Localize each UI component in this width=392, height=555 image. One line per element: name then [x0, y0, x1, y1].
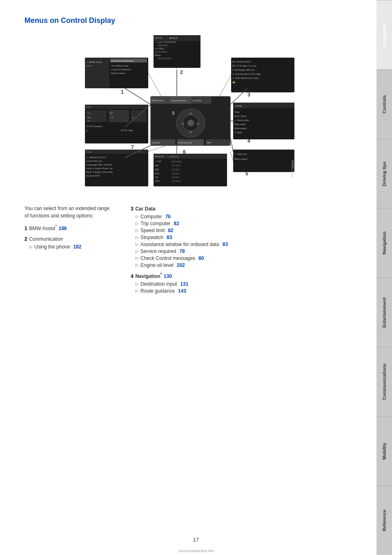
numbered-item-1: 1 BMW Assist* 186	[24, 224, 114, 232]
svg-text:■ Presets: ■ Presets	[172, 160, 182, 163]
svg-text:✓ Vehicle    AUTO P: ✓ Vehicle AUTO P	[86, 156, 107, 159]
svg-text:⊙       Consumption 22.0 mpg: ⊙ Consumption 22.0 mpg	[232, 73, 261, 75]
sub-item-dest-input: ▷ Destination input 131	[136, 281, 356, 287]
svg-text:■ Back: ■ Back	[170, 37, 178, 39]
item4-page: 130	[164, 273, 172, 279]
svg-text:6: 6	[183, 149, 186, 155]
svg-text:Help: Help	[207, 141, 211, 144]
item3-label: Car Data	[135, 206, 155, 212]
svg-text:5: 5	[245, 171, 248, 177]
svg-text:3: 3	[247, 92, 250, 98]
svg-text:TABS: TABS	[86, 106, 91, 108]
sub-item-trip-computer-text: Trip computer	[140, 221, 171, 226]
sub-item-engine-oil: ▷ Engine oil level 202	[136, 262, 356, 268]
svg-text:Communication: Communication	[171, 99, 187, 102]
sidebar-tab-communications[interactable]: Communications	[376, 347, 392, 416]
svg-text:SAT: SAT	[155, 172, 160, 175]
sub-item-stopwatch-page: 83	[167, 235, 172, 240]
sub-item-check-control: ▷ Check Control messages 80	[136, 255, 356, 261]
svg-text:New route: New route	[234, 123, 246, 125]
svg-text:✓ Last    ✓011222444: ✓ Last ✓011222444	[155, 41, 176, 43]
svg-text:Settings: Settings	[151, 141, 160, 144]
sub-item-trip-computer-page: 82	[174, 221, 179, 226]
sub-item-computer-text: Computer	[140, 214, 162, 219]
arrow-icon: ▷	[136, 214, 139, 219]
sidebar-tab-entertainment[interactable]: Entertainment	[376, 278, 392, 347]
svg-text:CDC: CDC	[155, 180, 160, 182]
main-content: Menus on Control Display ✓ BMW center St…	[0, 0, 376, 313]
svg-text:◄■ ■■: ◄■ ■■	[234, 105, 242, 107]
svg-text:Screen       FTM: Screen FTM	[86, 175, 100, 177]
sub-item-check-control-text: Check Control messages	[140, 255, 195, 261]
item4-subitems: ▷ Destination input 131 ▷ Route guidance…	[136, 281, 356, 294]
diagram-container: ✓ BMW center Status Roadside Assistance …	[84, 33, 296, 192]
content-left: You can select from an extended range of…	[24, 205, 114, 297]
svg-rect-70	[154, 154, 227, 159]
item1-number: 1	[24, 226, 27, 231]
svg-text:✓ Route guid.: ✓ Route guid.	[234, 119, 250, 121]
svg-text:03  92.3: 03 92.3	[172, 172, 179, 175]
svg-text:AM: AM	[155, 164, 158, 167]
svg-text:Dest. input: Dest. input	[234, 115, 246, 117]
svg-text:1: 1	[121, 89, 124, 95]
sidebar: At a glance Controls Driving tips Naviga…	[376, 0, 392, 555]
svg-text:⊙ Split  Speed   31.0 mph: ⊙ Split Speed 31.0 mph	[232, 77, 258, 79]
svg-text:Clock        PDC pic.: Clock PDC pic.	[86, 160, 103, 162]
sidebar-tab-driving-tips[interactable]: Driving tips	[376, 139, 392, 208]
svg-text:■ Manual: ■ Manual	[170, 155, 178, 158]
svg-text:⊙ Split: ⊙ Split	[234, 131, 242, 134]
arrow-icon: ▷	[136, 221, 139, 226]
svg-line-68	[230, 152, 233, 161]
numbered-item-2: 2 Communication ▷ Using the phone 182	[24, 235, 114, 250]
svg-text:8: 8	[172, 110, 175, 116]
svg-text:04  94.3: 04 94.3	[172, 176, 179, 179]
arrow-icon: ▷	[136, 282, 139, 286]
svg-text:05 106.9: 05 106.9	[172, 180, 180, 182]
sub-item-engine-oil-page: 202	[177, 262, 185, 268]
sub-item-stopwatch: ▷ Stopwatch 83	[136, 235, 356, 240]
svg-text:4: 4	[247, 138, 250, 144]
sub-item-assistance-page: 83	[223, 242, 228, 247]
sub-item-engine-oil-text: Engine oil level	[140, 262, 174, 268]
svg-text:Roadside Assistance: Roadside Assistance	[111, 60, 134, 62]
svg-text:Customer Relations: Customer Relations	[111, 68, 131, 71]
sub-item-service-page: 78	[179, 248, 185, 254]
page-title: Menus on Control Display	[24, 16, 356, 25]
sidebar-tab-reference[interactable]: Reference	[376, 486, 392, 555]
svg-text:Your BMW center: Your BMW center	[111, 65, 129, 67]
arrow-icon: ▷	[136, 249, 139, 253]
sidebar-tab-navigation[interactable]: Navigation	[376, 208, 392, 278]
content-section: You can select from an extended range of…	[24, 205, 356, 297]
numbered-item-4: 4 Navigation* 130 ▷ Destination input 13…	[131, 272, 356, 294]
svg-line-113	[125, 88, 151, 105]
arrow-icon: ▷	[136, 242, 139, 246]
svg-text:■ ■: ■ ■	[87, 116, 90, 119]
svg-text:▲: ▲	[189, 111, 192, 115]
sub-item-assistance: ▷ Assistance window for onboard data 83	[136, 242, 356, 247]
sub-item-assistance-text: Assistance window for onboard data	[140, 242, 219, 247]
svg-text:AUTO high: AUTO high	[121, 129, 133, 132]
svg-text:WB: WB	[155, 168, 159, 171]
item4-label: Navigation*	[135, 273, 162, 279]
svg-text:■: ■	[132, 116, 134, 119]
svg-text:009353510: 009353510	[158, 44, 168, 47]
diagram-area: ✓ BMW center Status Roadside Assistance …	[24, 33, 356, 192]
svg-text:Menu name: Menu name	[234, 158, 247, 160]
sidebar-tab-controls[interactable]: Controls	[376, 69, 392, 139]
svg-text:⊙J: ⊙J	[87, 119, 90, 122]
svg-text:■: ■	[86, 129, 87, 132]
sub-item-computer-page: 76	[165, 214, 171, 219]
svg-text:Mixed: Mixed	[155, 54, 161, 56]
svg-point-41	[187, 120, 194, 126]
svg-line-120	[230, 137, 234, 154]
svg-text:✓ FM: ✓ FM	[155, 160, 161, 163]
item2-number: 2	[24, 236, 27, 242]
svg-text:2: 2	[180, 69, 183, 75]
sidebar-tab-mobility[interactable]: Mobility	[376, 416, 392, 486]
item1-label: BMW Assist*	[29, 226, 57, 231]
svg-rect-98	[85, 105, 148, 109]
page-number: 17	[193, 537, 199, 543]
sidebar-tab-at-a-glance[interactable]: At a glance	[376, 0, 392, 69]
sub-item-speed-limit-text: Speed limit	[140, 228, 165, 233]
svg-text:TABS: TABS	[86, 151, 91, 153]
